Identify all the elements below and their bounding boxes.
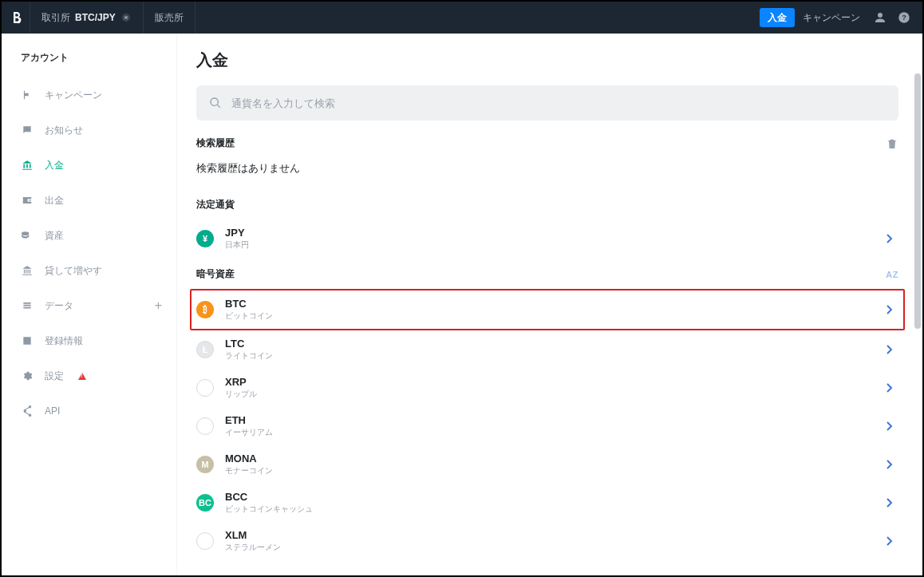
coin-name: イーサリアム [225, 427, 273, 438]
coin-name: 日本円 [225, 239, 249, 251]
sidebar-item-assets[interactable]: 資産 [2, 218, 176, 253]
flag-icon [21, 89, 34, 101]
coin-icon-ltc: Ł [196, 341, 214, 358]
asset-row-jpy[interactable]: ¥JPY日本円 [196, 219, 898, 258]
sidebar-item-label: 設定 [45, 370, 64, 383]
sidebar-item-api[interactable]: API [2, 393, 176, 429]
share-icon [21, 405, 34, 417]
asset-row-eth[interactable]: ◆ETHイーサリアム [196, 407, 898, 445]
logo-icon [10, 11, 22, 24]
coin-name: ビットコイン [225, 310, 273, 322]
close-tab-button[interactable] [120, 12, 132, 23]
coin-symbol: JPY [225, 227, 249, 239]
sidebar-item-data[interactable]: データ + [2, 288, 176, 323]
expand-icon[interactable]: + [155, 298, 162, 313]
bank-icon [21, 159, 34, 172]
sidebar-item-label: キャンペーン [45, 89, 102, 102]
warning-icon [78, 373, 86, 380]
tab-otc-label: 販売所 [155, 11, 184, 25]
deposit-button[interactable]: 入金 [760, 8, 795, 27]
logo[interactable] [2, 2, 30, 34]
badge-icon [21, 334, 34, 347]
coin-symbol: MONA [225, 453, 273, 464]
sidebar-item-label: 出金 [45, 194, 64, 207]
sidebar: アカウント キャンペーン お知らせ 入金 出金 [2, 34, 177, 575]
wallet-out-icon [21, 194, 34, 207]
asset-row-ltc[interactable]: ŁLTCライトコイン [196, 330, 898, 369]
asset-row-mona[interactable]: MMONAモナーコイン [196, 445, 898, 484]
sidebar-item-notice[interactable]: お知らせ [2, 113, 176, 148]
sidebar-item-label: API [45, 405, 60, 417]
scrollbar-thumb[interactable] [914, 73, 921, 329]
asset-row-xlm[interactable]: ✶XLMステラルーメン [196, 522, 898, 560]
chevron-right-icon [886, 304, 894, 315]
coin-symbol: XLM [225, 529, 281, 541]
sidebar-item-withdraw[interactable]: 出金 [2, 183, 176, 218]
page-title: 入金 [196, 49, 898, 71]
close-icon [122, 14, 130, 22]
asset-row-btc[interactable]: ₿BTCビットコイン [190, 289, 905, 330]
trash-icon [886, 137, 898, 150]
sidebar-item-label: 登録情報 [45, 334, 83, 348]
coin-icon-btc: ₿ [196, 301, 214, 318]
coin-icon-xlm: ✶ [196, 532, 214, 550]
coin-name: ステラルーメン [225, 542, 281, 553]
coin-icon-eth: ◆ [196, 417, 214, 435]
crypto-heading: 暗号資産 [196, 267, 235, 281]
chevron-right-icon [886, 497, 894, 508]
fiat-heading: 法定通貨 [196, 198, 235, 211]
clear-history-button[interactable] [886, 137, 898, 150]
help-icon[interactable]: ? [892, 10, 916, 25]
chevron-right-icon [886, 233, 894, 244]
chevron-right-icon [886, 344, 894, 355]
main-content: 入金 検索履歴 検索履歴はありません 法定通貨 ¥JPY日本円 [177, 34, 922, 575]
campaign-link[interactable]: キャンペーン [795, 11, 868, 25]
svg-text:?: ? [902, 14, 906, 22]
search-field[interactable] [196, 85, 898, 121]
history-empty-text: 検索履歴はありません [196, 161, 898, 176]
coin-icon-xrp: ✕ [196, 379, 214, 397]
sidebar-item-label: データ [45, 299, 73, 313]
sidebar-item-label: 貸して増やす [45, 264, 102, 278]
crypto-list: ₿BTCビットコインŁLTCライトコイン✕XRPリップル◆ETHイーサリアムMM… [196, 289, 898, 560]
sidebar-item-label: 入金 [45, 159, 64, 172]
chevron-right-icon [886, 421, 894, 432]
coin-symbol: XRP [225, 376, 257, 388]
chevron-right-icon [886, 382, 894, 393]
sidebar-item-label: 資産 [45, 229, 64, 243]
coin-icon-jpy: ¥ [196, 230, 214, 247]
history-heading: 検索履歴 [196, 136, 235, 150]
coin-name: リップル [225, 389, 257, 400]
sidebar-item-label: お知らせ [45, 124, 83, 137]
asset-row-xrp[interactable]: ✕XRPリップル [196, 369, 898, 407]
coin-symbol: BTC [225, 298, 273, 310]
tab-exchange[interactable]: 取引所 BTC/JPY [30, 2, 144, 34]
tab-otc[interactable]: 販売所 [144, 2, 195, 34]
sidebar-heading: アカウント [2, 51, 176, 77]
asset-row-bcc[interactable]: BCBCCビットコインキャッシュ [196, 484, 898, 522]
tab-pair: BTC/JPY [75, 12, 116, 23]
topbar: 取引所 BTC/JPY 販売所 入金 キャンペーン ? [2, 2, 922, 34]
sidebar-list: キャンペーン お知らせ 入金 出金 資産 [2, 77, 176, 429]
sidebar-item-lending[interactable]: 貸して増やす [2, 253, 176, 288]
coin-name: ビットコインキャッシュ [225, 504, 313, 515]
sidebar-item-register[interactable]: 登録情報 [2, 323, 176, 358]
sort-az-button[interactable]: AZ [886, 270, 898, 279]
chevron-right-icon [886, 536, 894, 547]
sidebar-item-deposit[interactable]: 入金 [2, 148, 176, 183]
coin-name: モナーコイン [225, 465, 273, 476]
fiat-list: ¥JPY日本円 [196, 219, 898, 258]
chevron-right-icon [886, 459, 894, 470]
bank2-icon [21, 264, 34, 277]
sidebar-item-campaign[interactable]: キャンペーン [2, 77, 176, 113]
sidebar-item-settings[interactable]: 設定 [2, 358, 176, 393]
search-icon [209, 97, 222, 109]
search-input[interactable] [231, 97, 886, 109]
coin-icon-bcc: BC [196, 494, 214, 512]
gear-icon [21, 370, 34, 382]
question-icon: ? [897, 10, 911, 25]
coin-symbol: BCC [225, 491, 313, 503]
chat-icon [21, 124, 34, 136]
account-icon[interactable] [868, 10, 892, 25]
person-icon [873, 10, 887, 25]
